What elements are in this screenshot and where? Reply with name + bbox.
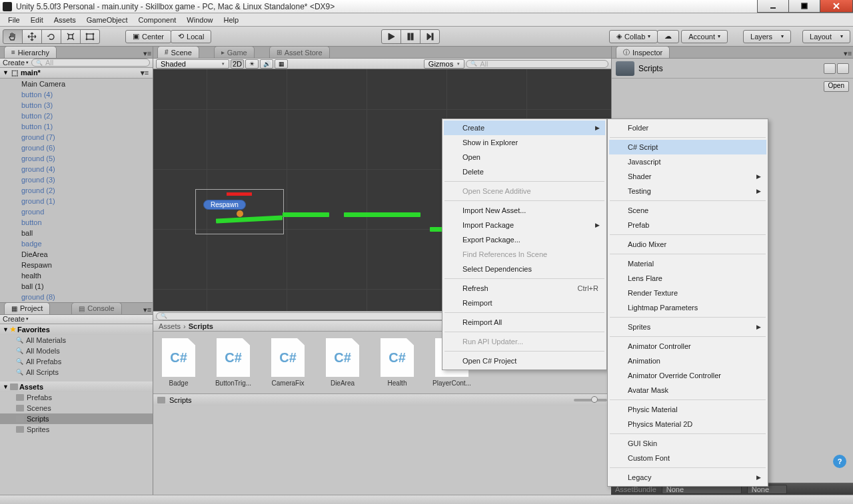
context-menu-item[interactable]: RefreshCtrl+R [444,281,605,296]
minimize-button[interactable] [757,0,789,13]
rotate-tool[interactable] [41,29,61,44]
hierarchy-item[interactable]: DieArea [0,249,153,260]
hierarchy-item[interactable]: ball [0,228,153,238]
hierarchy-item[interactable]: ground [0,206,153,217]
menu-component[interactable]: Component [133,15,181,25]
asset-item[interactable]: C#Health [376,338,419,387]
pause-button[interactable] [401,29,421,44]
context-menu-item[interactable]: Prefab [609,218,766,232]
open-button[interactable]: Open [824,81,849,92]
asset-item[interactable]: C#DieArea [321,338,364,387]
context-menu-item[interactable]: Lens Flare [609,271,766,286]
context-menu-item[interactable]: GUI Skin [609,436,766,451]
pivot-local-button[interactable]: ⟲ Local [171,30,211,43]
gizmos-dropdown[interactable]: Gizmos▾ [424,59,464,69]
project-create-button[interactable]: Create ▾ [3,315,29,323]
context-menu-item[interactable]: Scene [609,203,766,218]
favorite-item[interactable]: 🔍All Scripts [0,367,153,378]
panel-options-icon[interactable]: ▾≡ [842,49,853,58]
hierarchy-item[interactable]: button (1) [0,121,153,132]
hierarchy-item[interactable]: ground (5) [0,153,153,164]
layers-button[interactable]: Layers▾ [743,30,791,43]
context-menu-item[interactable]: Avatar Mask [609,383,766,397]
play-button[interactable] [381,29,401,44]
menu-assets[interactable]: Assets [49,15,81,25]
context-menu-item[interactable]: Render Texture [609,286,766,300]
step-button[interactable] [420,29,440,44]
folder-item[interactable]: Scenes [0,403,153,413]
context-menu-item[interactable]: Import New Asset... [444,203,605,218]
folder-item[interactable]: Scripts [0,413,153,424]
hierarchy-item[interactable]: ground (3) [0,174,153,185]
hierarchy-item[interactable]: badge [0,238,153,249]
context-menu-item[interactable]: Physic Material [609,402,766,417]
hierarchy-item[interactable]: Respawn [0,260,153,270]
context-menu-item[interactable]: Animator Controller [609,339,766,354]
inspector-tab[interactable]: ⓘInspector [616,46,670,58]
shading-mode-dropdown[interactable]: Shaded▾ [156,59,229,69]
context-menu-item[interactable]: C# Script [609,140,766,154]
hierarchy-item[interactable]: button [0,217,153,228]
panel-options-icon[interactable]: ▾≡ [142,306,153,314]
rect-tool[interactable] [80,29,100,44]
context-menu-item[interactable]: Show in Explorer [444,135,605,150]
context-menu-item[interactable]: Open [444,150,605,164]
menu-edit[interactable]: Edit [25,15,49,25]
scene-options-icon[interactable]: ▾≡ [139,69,150,77]
hierarchy-item[interactable]: ground (2) [0,185,153,196]
favorite-item[interactable]: 🔍All Prefabs [0,356,153,367]
lighting-toggle[interactable]: ☀ [245,59,259,69]
hierarchy-item[interactable]: ground (1) [0,196,153,206]
scene-header[interactable]: ▼ ⬚ main* ▾≡ [0,68,153,79]
hierarchy-item[interactable]: button (4) [0,89,153,100]
context-menu-item[interactable]: Sprites▶ [609,320,766,334]
audio-toggle[interactable]: 🔊 [260,59,273,69]
context-menu-item[interactable]: Testing▶ [609,184,766,198]
scene-search-input[interactable]: All [466,60,608,68]
layout-button[interactable]: Layout▾ [802,30,850,43]
menu-window[interactable]: Window [181,15,218,25]
hierarchy-item[interactable]: ball (1) [0,281,153,292]
asset-item[interactable]: C#Badge [157,338,200,387]
favorites-header[interactable]: ▼★Favorites [0,324,153,335]
context-menu-item[interactable]: Javascript [609,154,766,169]
context-menu-item[interactable]: Audio Mixer [609,237,766,252]
context-menu-item[interactable]: Physics Material 2D [609,417,766,431]
asset-store-tab[interactable]: ⊞Asset Store [269,46,330,58]
hierarchy-item[interactable]: ground (7) [0,132,153,142]
favorite-item[interactable]: 🔍All Models [0,346,153,356]
console-tab[interactable]: ▤Console [71,302,121,314]
folder-item[interactable]: Prefabs [0,392,153,403]
context-menu-item[interactable]: Custom Font [609,451,766,465]
breadcrumb-current[interactable]: Scripts [189,322,213,330]
maximize-button[interactable] [788,0,820,13]
context-menu-item[interactable]: Reimport [444,296,605,310]
context-menu-item[interactable]: Select Dependencies [444,262,605,276]
breadcrumb-root[interactable]: Assets [159,322,181,330]
panel-options-icon[interactable]: ▾≡ [142,49,153,58]
collab-button[interactable]: ◈ Collab ▾ [609,30,658,43]
cloud-button[interactable]: ☁ [657,30,679,43]
hierarchy-item[interactable]: ground (4) [0,164,153,174]
game-tab[interactable]: ▸Game [214,46,255,58]
account-button[interactable]: Account ▾ [681,30,728,43]
context-menu-item[interactable]: Create▶ [444,121,605,135]
hierarchy-item[interactable]: Main Camera [0,79,153,89]
fx-toggle[interactable]: ▦ [275,59,288,69]
context-menu-item[interactable]: Legacy▶ [609,470,766,485]
hierarchy-item[interactable]: button (2) [0,111,153,121]
project-tab[interactable]: ▦Project [4,302,50,314]
context-menu-item[interactable]: Open C# Project [444,354,605,368]
context-menu-item[interactable]: Folder [609,121,766,135]
move-tool[interactable] [22,29,42,44]
context-menu-item[interactable]: Export Package... [444,232,605,247]
assets-header[interactable]: ▼Assets [0,381,153,392]
context-menu-item[interactable]: Animation [609,354,766,368]
hierarchy-create-button[interactable]: Create ▾ [3,59,29,67]
hierarchy-search-input[interactable]: All [31,59,150,67]
asset-item[interactable]: C#CameraFix [267,338,309,387]
menu-gameobject[interactable]: GameObject [81,15,133,25]
context-menu-item[interactable]: Delete [444,164,605,179]
scene-tab[interactable]: #Scene [157,46,199,58]
gear-icon[interactable] [837,63,849,74]
